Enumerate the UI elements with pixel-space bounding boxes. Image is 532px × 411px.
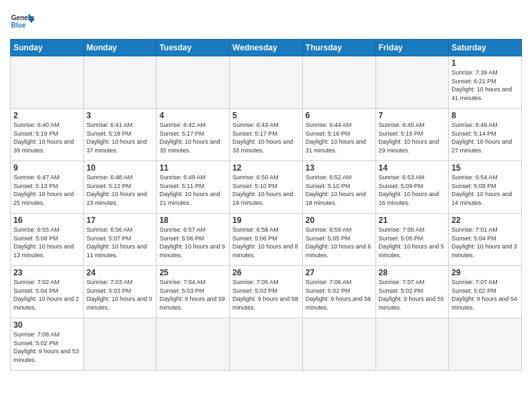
calendar-table: SundayMondayTuesdayWednesdayThursdayFrid… xyxy=(10,39,522,371)
calendar-cell: 7Sunrise: 6:45 AMSunset: 5:15 PMDaylight… xyxy=(375,109,449,161)
calendar-cell: 9Sunrise: 6:47 AMSunset: 5:13 PMDaylight… xyxy=(11,161,84,214)
calendar-week-1: 2Sunrise: 6:40 AMSunset: 5:19 PMDaylight… xyxy=(11,109,522,161)
day-info: Sunrise: 6:44 AMSunset: 5:16 PMDaylight:… xyxy=(306,121,373,154)
day-info: Sunrise: 6:55 AMSunset: 5:08 PMDaylight:… xyxy=(13,226,81,259)
day-number: 20 xyxy=(306,216,373,225)
day-info: Sunrise: 6:40 AMSunset: 5:19 PMDaylight:… xyxy=(13,121,81,154)
day-info: Sunrise: 6:59 AMSunset: 5:05 PMDaylight:… xyxy=(306,226,373,259)
calendar-cell: 8Sunrise: 6:46 AMSunset: 5:14 PMDaylight… xyxy=(449,109,522,161)
calendar-cell: 4Sunrise: 6:42 AMSunset: 5:17 PMDaylight… xyxy=(157,109,230,161)
day-number: 6 xyxy=(306,111,373,120)
day-number: 14 xyxy=(379,163,446,173)
day-number: 5 xyxy=(232,111,300,120)
day-number: 11 xyxy=(159,163,226,173)
day-header-sunday: Sunday xyxy=(11,40,84,56)
calendar-cell: 26Sunrise: 7:05 AMSunset: 5:03 PMDayligh… xyxy=(230,266,303,318)
calendar-cell: 21Sunrise: 7:00 AMSunset: 5:05 PMDayligh… xyxy=(375,214,449,266)
day-number: 21 xyxy=(379,216,446,225)
day-header-friday: Friday xyxy=(375,40,449,56)
day-info: Sunrise: 7:39 AMSunset: 6:21 PMDaylight:… xyxy=(451,68,519,102)
calendar-week-5: 30Sunrise: 7:08 AMSunset: 5:02 PMDayligh… xyxy=(11,318,522,371)
calendar-week-0: 1Sunrise: 7:39 AMSunset: 6:21 PMDaylight… xyxy=(11,56,522,109)
day-number: 27 xyxy=(306,268,373,277)
calendar-cell xyxy=(302,56,375,109)
day-info: Sunrise: 6:41 AMSunset: 5:18 PMDaylight:… xyxy=(87,121,154,154)
day-number: 29 xyxy=(451,268,519,277)
calendar-header-row: SundayMondayTuesdayWednesdayThursdayFrid… xyxy=(11,40,522,56)
calendar-cell xyxy=(11,56,84,109)
logo: General Blue xyxy=(10,9,34,34)
day-info: Sunrise: 6:43 AMSunset: 5:17 PMDaylight:… xyxy=(232,121,300,154)
day-info: Sunrise: 7:02 AMSunset: 5:04 PMDaylight:… xyxy=(13,278,81,312)
day-info: Sunrise: 7:05 AMSunset: 5:03 PMDaylight:… xyxy=(232,278,300,312)
day-number: 12 xyxy=(232,163,300,173)
calendar-cell: 29Sunrise: 7:07 AMSunset: 5:02 PMDayligh… xyxy=(449,266,522,318)
day-number: 17 xyxy=(87,216,154,225)
calendar-cell xyxy=(157,56,230,109)
day-info: Sunrise: 7:01 AMSunset: 5:04 PMDaylight:… xyxy=(451,226,519,259)
calendar-week-3: 16Sunrise: 6:55 AMSunset: 5:08 PMDayligh… xyxy=(11,214,522,266)
day-number: 26 xyxy=(232,268,300,277)
calendar-cell: 6Sunrise: 6:44 AMSunset: 5:16 PMDaylight… xyxy=(302,109,375,161)
header: General Blue xyxy=(10,7,522,34)
day-info: Sunrise: 6:48 AMSunset: 5:12 PMDaylight:… xyxy=(87,173,154,207)
day-number: 13 xyxy=(306,163,373,173)
calendar-cell: 24Sunrise: 7:03 AMSunset: 5:03 PMDayligh… xyxy=(83,266,157,318)
calendar-week-2: 9Sunrise: 6:47 AMSunset: 5:13 PMDaylight… xyxy=(11,161,522,214)
day-number: 16 xyxy=(13,216,81,225)
calendar-cell: 17Sunrise: 6:56 AMSunset: 5:07 PMDayligh… xyxy=(83,214,157,266)
calendar-cell: 22Sunrise: 7:01 AMSunset: 5:04 PMDayligh… xyxy=(449,214,522,266)
day-info: Sunrise: 7:07 AMSunset: 5:02 PMDaylight:… xyxy=(451,278,519,312)
day-info: Sunrise: 7:06 AMSunset: 5:02 PMDaylight:… xyxy=(306,278,373,312)
day-number: 10 xyxy=(87,163,154,173)
logo-icon: General Blue xyxy=(10,9,34,34)
calendar-cell xyxy=(449,318,522,371)
day-header-saturday: Saturday xyxy=(449,40,522,56)
calendar-cell xyxy=(375,56,449,109)
day-info: Sunrise: 6:47 AMSunset: 5:13 PMDaylight:… xyxy=(13,173,81,207)
day-number: 25 xyxy=(159,268,226,277)
calendar-cell xyxy=(83,56,157,109)
calendar-cell: 15Sunrise: 6:54 AMSunset: 5:08 PMDayligh… xyxy=(449,161,522,214)
calendar-cell xyxy=(230,318,303,371)
calendar-cell: 13Sunrise: 6:52 AMSunset: 5:10 PMDayligh… xyxy=(302,161,375,214)
calendar-cell: 27Sunrise: 7:06 AMSunset: 5:02 PMDayligh… xyxy=(302,266,375,318)
day-info: Sunrise: 6:58 AMSunset: 5:06 PMDaylight:… xyxy=(232,226,300,259)
day-info: Sunrise: 6:53 AMSunset: 5:09 PMDaylight:… xyxy=(379,173,446,207)
calendar-cell: 18Sunrise: 6:57 AMSunset: 5:06 PMDayligh… xyxy=(157,214,230,266)
calendar-cell: 12Sunrise: 6:50 AMSunset: 5:10 PMDayligh… xyxy=(230,161,303,214)
day-info: Sunrise: 6:46 AMSunset: 5:14 PMDaylight:… xyxy=(451,121,519,154)
calendar-cell xyxy=(157,318,230,371)
day-number: 22 xyxy=(451,216,519,225)
calendar-cell: 14Sunrise: 6:53 AMSunset: 5:09 PMDayligh… xyxy=(375,161,449,214)
calendar-cell: 10Sunrise: 6:48 AMSunset: 5:12 PMDayligh… xyxy=(83,161,157,214)
day-header-wednesday: Wednesday xyxy=(230,40,303,56)
calendar-cell: 30Sunrise: 7:08 AMSunset: 5:02 PMDayligh… xyxy=(11,318,84,371)
calendar-cell: 20Sunrise: 6:59 AMSunset: 5:05 PMDayligh… xyxy=(302,214,375,266)
calendar-cell: 2Sunrise: 6:40 AMSunset: 5:19 PMDaylight… xyxy=(11,109,84,161)
calendar-cell xyxy=(83,318,157,371)
calendar-page: General Blue SundayMondayTuesdayWednesda… xyxy=(0,0,532,411)
day-header-tuesday: Tuesday xyxy=(157,40,230,56)
day-number: 28 xyxy=(379,268,446,277)
day-info: Sunrise: 7:07 AMSunset: 5:02 PMDaylight:… xyxy=(379,278,446,312)
day-number: 18 xyxy=(159,216,226,225)
day-info: Sunrise: 6:49 AMSunset: 5:11 PMDaylight:… xyxy=(159,173,226,207)
calendar-cell: 3Sunrise: 6:41 AMSunset: 5:18 PMDaylight… xyxy=(83,109,157,161)
calendar-cell: 1Sunrise: 7:39 AMSunset: 6:21 PMDaylight… xyxy=(449,56,522,109)
day-header-monday: Monday xyxy=(83,40,157,56)
calendar-week-4: 23Sunrise: 7:02 AMSunset: 5:04 PMDayligh… xyxy=(11,266,522,318)
day-number: 15 xyxy=(451,163,519,173)
day-info: Sunrise: 7:04 AMSunset: 5:03 PMDaylight:… xyxy=(159,278,226,312)
day-number: 2 xyxy=(13,111,81,120)
day-number: 9 xyxy=(13,163,81,173)
calendar-cell: 19Sunrise: 6:58 AMSunset: 5:06 PMDayligh… xyxy=(230,214,303,266)
day-info: Sunrise: 7:03 AMSunset: 5:03 PMDaylight:… xyxy=(87,278,154,312)
day-number: 7 xyxy=(379,111,446,120)
day-number: 3 xyxy=(87,111,154,120)
day-number: 19 xyxy=(232,216,300,225)
calendar-cell: 25Sunrise: 7:04 AMSunset: 5:03 PMDayligh… xyxy=(157,266,230,318)
day-header-thursday: Thursday xyxy=(302,40,375,56)
day-number: 4 xyxy=(159,111,226,120)
calendar-cell: 16Sunrise: 6:55 AMSunset: 5:08 PMDayligh… xyxy=(11,214,84,266)
